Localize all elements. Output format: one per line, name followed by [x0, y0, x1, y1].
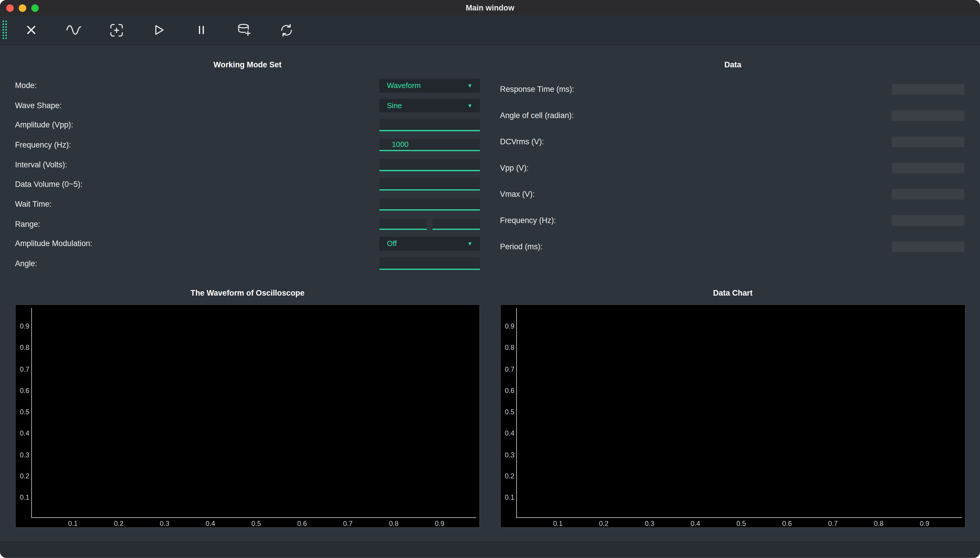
data-chart-title: Data Chart [500, 289, 965, 297]
angle-input[interactable] [380, 258, 480, 270]
data-panel: Response Time (ms): Angle of cell (radia… [500, 76, 965, 260]
axis-tick-label: 0.8 [389, 520, 398, 528]
data-chart: Data Chart 0.90.80.70.60.50.40.30.20.1 0… [500, 304, 965, 528]
mode-select-value: Waveform [387, 81, 421, 90]
wave-shape-select[interactable]: Sine ▼ [380, 98, 480, 112]
axis-tick-label: 0.8 [505, 344, 515, 351]
close-window-button[interactable] [6, 4, 14, 11]
drag-handle[interactable] [2, 20, 7, 40]
vpp-label: Vpp (V): [500, 164, 528, 172]
data-row-dcvrms: DCVrms (V): [500, 128, 965, 155]
axis-tick-label: 0.2 [20, 472, 30, 479]
axis-tick-label: 0.7 [505, 365, 515, 373]
vpp-field [892, 162, 965, 173]
axis-tick-label: 0.1 [505, 494, 515, 501]
form-row-mode: Mode: Waveform ▼ [15, 75, 480, 95]
dcvrms-label: DCVrms (V): [500, 137, 544, 146]
close-button[interactable] [23, 22, 39, 38]
interval-input[interactable] [380, 158, 480, 171]
period-label: Period (ms): [500, 242, 543, 251]
play-button[interactable] [151, 22, 167, 38]
form-row-range: Range: [15, 214, 480, 234]
form-row-angle: Angle: [15, 254, 480, 274]
interval-label: Interval (Volts): [15, 160, 67, 169]
pause-button[interactable] [193, 22, 209, 38]
axis-tick-label: 0.7 [343, 520, 353, 528]
axis-tick-label: 0.5 [252, 520, 261, 528]
form-row-interval: Interval (Volts): [15, 155, 480, 175]
axis-tick-label: 0.3 [20, 451, 30, 458]
oscilloscope-chart: The Waveform of Oscilloscope 0.90.80.70.… [15, 304, 480, 528]
axis-tick-label: 0.3 [505, 451, 515, 458]
refresh-button[interactable] [278, 22, 294, 38]
oscilloscope-plot-area: 0.90.80.70.60.50.40.30.20.1 0.10.20.30.4… [15, 304, 480, 528]
title-bar: Main window [0, 0, 980, 16]
data-row-vmax: Vmax (V): [500, 181, 965, 207]
axis-tick-label: 0.5 [20, 408, 30, 415]
axis-tick-label: 0.2 [505, 472, 515, 479]
axis-tick-label: 0.8 [20, 344, 30, 351]
waveform-button[interactable] [66, 22, 82, 38]
y-axis-line [31, 308, 32, 518]
response-time-field [892, 84, 965, 94]
mode-select[interactable]: Waveform ▼ [380, 79, 480, 92]
x-axis-line [516, 517, 962, 518]
play-icon [151, 23, 166, 37]
data-volume-input[interactable] [380, 178, 480, 191]
wave-shape-select-value: Sine [387, 101, 402, 110]
axis-tick-label: 0.9 [20, 322, 30, 330]
data-chart-plot-area: 0.90.80.70.60.50.40.30.20.1 0.10.20.30.4… [500, 304, 965, 528]
axis-tick-label: 0.6 [782, 520, 792, 528]
axis-tick-label: 0.4 [20, 430, 30, 437]
form-row-amplitude: Amplitude (Vpp): [15, 115, 480, 135]
zoom-window-button[interactable] [31, 4, 39, 11]
chevron-down-icon: ▼ [467, 82, 472, 89]
range-label: Range: [15, 220, 40, 228]
form-row-wait-time: Wait Time: [15, 194, 480, 214]
x-axis-ticks: 0.10.20.30.40.50.60.70.80.9 [68, 520, 444, 528]
toolbar [0, 16, 980, 45]
axis-tick-label: 0.5 [505, 408, 515, 415]
amplitude-label: Amplitude (Vpp): [15, 121, 73, 130]
x-axis-line [31, 517, 476, 518]
main-window: Main window [0, 0, 980, 558]
axis-tick-label: 0.6 [20, 387, 30, 394]
axis-tick-label: 0.1 [553, 520, 562, 528]
axis-tick-label: 0.8 [874, 520, 883, 528]
frequency-data-label: Frequency (Hz): [500, 216, 556, 225]
data-row-angle-of-cell: Angle of cell (radian): [500, 102, 965, 128]
data-row-frequency: Frequency (Hz): [500, 207, 965, 233]
status-bar [0, 542, 980, 558]
wave-shape-label: Wave Shape: [15, 101, 62, 110]
axis-tick-label: 0.9 [920, 520, 929, 528]
axis-tick-label: 0.4 [691, 520, 700, 528]
amplitude-modulation-label: Amplitude Modulation: [15, 240, 92, 248]
amplitude-modulation-select-value: Off [387, 240, 397, 248]
capture-button[interactable] [108, 22, 125, 38]
axis-tick-label: 0.5 [737, 520, 746, 528]
axis-tick-label: 0.9 [505, 322, 515, 330]
close-icon [24, 23, 38, 37]
frequency-input[interactable] [380, 139, 480, 151]
database-add-icon [236, 22, 252, 38]
working-mode-title: Working Mode Set [15, 61, 480, 69]
axis-tick-label: 0.6 [297, 520, 307, 528]
range-high-input[interactable] [432, 218, 480, 230]
window-title: Main window [466, 3, 515, 12]
range-low-input[interactable] [380, 218, 427, 230]
data-volume-label: Data Volume (0~5): [15, 180, 82, 189]
axis-tick-label: 0.7 [20, 365, 30, 373]
axis-tick-label: 0.2 [114, 520, 124, 528]
response-time-label: Response Time (ms): [500, 85, 574, 94]
amplitude-input[interactable] [380, 119, 480, 131]
data-row-response-time: Response Time (ms): [500, 76, 965, 102]
minimize-window-button[interactable] [19, 4, 26, 11]
working-mode-panel: Mode: Waveform ▼ Wave Shape: Sine ▼ [15, 75, 480, 274]
axis-tick-label: 0.4 [206, 520, 215, 528]
wait-time-input[interactable] [380, 198, 480, 210]
amplitude-modulation-select[interactable]: Off ▼ [380, 237, 480, 251]
frequency-data-field [892, 215, 965, 226]
angle-of-cell-field [892, 110, 965, 121]
y-axis-ticks: 0.90.80.70.60.50.40.30.20.1 [500, 322, 515, 501]
save-data-button[interactable] [236, 22, 252, 38]
